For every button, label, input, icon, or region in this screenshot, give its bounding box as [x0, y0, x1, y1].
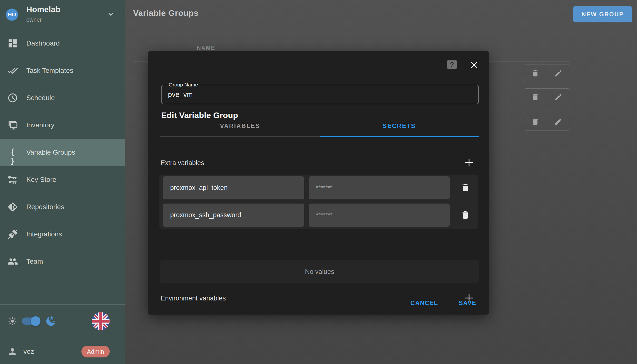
sidebar-item-label: Integrations	[26, 230, 62, 238]
trash-icon	[531, 69, 539, 78]
sidebar-item-label: Inventory	[26, 121, 54, 129]
plug-icon	[7, 229, 18, 240]
tab-track	[160, 136, 320, 137]
secret-name-input[interactable]	[163, 176, 304, 200]
edit-group-button[interactable]	[547, 113, 570, 130]
trash-icon	[531, 93, 539, 101]
page-header: Variable Groups NEW GROUP	[125, 0, 637, 29]
table-row-actions	[524, 64, 570, 82]
trash-icon	[531, 118, 539, 126]
secret-value-input[interactable]	[309, 176, 450, 200]
project-role: owner	[26, 16, 42, 23]
admin-role-badge: Admin	[81, 346, 110, 358]
dashboard-icon	[7, 38, 18, 49]
environment-empty-state: No values	[160, 260, 479, 284]
active-tab-indicator	[320, 136, 479, 137]
sidebar-item-repositories[interactable]: Repositories	[0, 193, 125, 220]
help-button[interactable]: ?	[447, 60, 457, 70]
tab-variables[interactable]: VARIABLES	[160, 116, 320, 136]
pencil-icon	[554, 69, 562, 78]
question-mark-icon: ?	[450, 61, 454, 68]
keys-icon	[7, 174, 18, 185]
theme-toggle-thumb[interactable]	[31, 316, 41, 326]
new-group-button[interactable]: NEW GROUP	[573, 6, 632, 22]
project-avatar: HO	[6, 8, 18, 21]
theme-toggle[interactable]	[22, 318, 41, 325]
chevron-down-icon	[106, 10, 116, 19]
edit-group-button[interactable]	[547, 89, 570, 106]
delete-group-button[interactable]	[524, 89, 547, 106]
monitor-icon	[7, 120, 18, 130]
sidebar-item-schedule[interactable]: Schedule	[0, 84, 125, 112]
save-button[interactable]: SAVE	[459, 300, 476, 306]
username: vez	[24, 348, 34, 356]
delete-secret-button[interactable]	[461, 183, 470, 192]
column-header-name: NAME	[197, 45, 215, 51]
dialog-actions: CANCEL SAVE	[410, 298, 476, 308]
dialog-tabs: VARIABLES SECRETS	[160, 116, 479, 136]
sun-icon	[7, 316, 18, 326]
sidebar-item-label: Variable Groups	[26, 148, 75, 156]
sidebar-item-inventory[interactable]: Inventory	[0, 112, 125, 139]
edit-variable-group-dialog: Edit Variable Group ? Group Name VARIABL…	[148, 51, 489, 314]
sidebar: HO Homelab owner Dashboard Task Template…	[0, 0, 125, 364]
sidebar-item-label: Key Store	[26, 176, 56, 184]
moon-stars-icon	[45, 316, 57, 327]
sidebar-menu: Dashboard Task Templates Schedule Invent…	[0, 30, 125, 275]
table-row-actions	[524, 88, 570, 106]
clock-icon	[7, 92, 18, 103]
no-values-text: No values	[305, 268, 334, 276]
sidebar-item-variable-groups[interactable]: { } Variable Groups	[0, 139, 125, 166]
group-name-field: Group Name	[161, 85, 479, 104]
extra-variables-label: Extra variables	[161, 159, 204, 167]
sidebar-item-key-store[interactable]: Key Store	[0, 166, 125, 193]
sidebar-item-label: Task Templates	[26, 67, 73, 74]
delete-secret-button[interactable]	[461, 210, 470, 220]
delete-group-button[interactable]	[524, 65, 547, 82]
secret-value-input[interactable]	[309, 204, 450, 227]
project-switcher[interactable]: HO Homelab owner	[0, 0, 125, 30]
add-extra-variable-button[interactable]	[464, 157, 474, 168]
cancel-button[interactable]: CANCEL	[410, 300, 438, 306]
sidebar-item-label: Schedule	[26, 94, 55, 102]
table-row-actions	[524, 113, 570, 130]
group-name-input[interactable]	[162, 85, 478, 104]
environment-variables-label: Environment variables	[161, 294, 226, 302]
theme-row	[7, 314, 117, 328]
language-flag-uk[interactable]	[92, 312, 110, 330]
edit-group-button[interactable]	[547, 65, 570, 82]
sidebar-item-integrations[interactable]: Integrations	[0, 220, 125, 248]
git-icon	[7, 202, 18, 212]
sidebar-item-label: Repositories	[26, 203, 64, 211]
person-icon	[7, 346, 18, 357]
sidebar-item-label: Dashboard	[26, 40, 60, 47]
sidebar-item-team[interactable]: Team	[0, 248, 125, 275]
project-initials: HO	[8, 12, 16, 18]
project-name: Homelab	[26, 5, 60, 14]
page-title: Variable Groups	[133, 8, 198, 18]
double-check-icon	[7, 65, 18, 76]
delete-group-button[interactable]	[524, 113, 547, 130]
sidebar-footer-divider	[0, 304, 125, 304]
pencil-icon	[554, 118, 562, 126]
people-icon	[7, 256, 18, 267]
pencil-icon	[554, 93, 562, 101]
sidebar-item-dashboard[interactable]: Dashboard	[0, 30, 125, 57]
user-row[interactable]: vez Admin	[7, 345, 117, 358]
close-icon[interactable]	[470, 60, 479, 70]
sidebar-item-task-templates[interactable]: Task Templates	[0, 57, 125, 84]
curly-braces-icon: { }	[7, 147, 18, 158]
secret-name-input[interactable]	[163, 204, 304, 227]
tab-secrets[interactable]: SECRETS	[320, 116, 479, 136]
sidebar-item-label: Team	[26, 258, 43, 266]
